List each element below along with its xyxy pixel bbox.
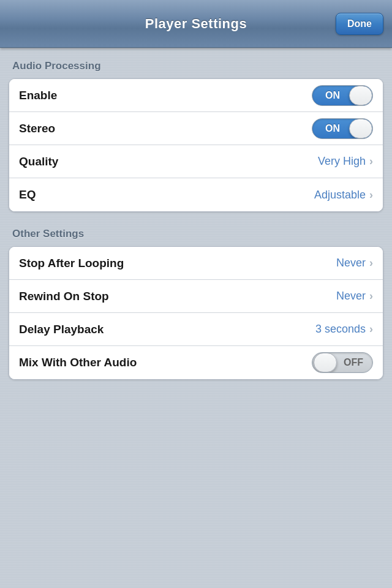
mix-with-other-audio-label: Mix With Other Audio: [19, 356, 137, 369]
quality-value: Very High: [318, 155, 366, 168]
stereo-toggle-container[interactable]: ON: [312, 118, 373, 139]
delay-playback-chevron-icon: ›: [369, 323, 373, 336]
section-header-audio: Audio Processing: [12, 60, 383, 72]
enable-row[interactable]: Enable ON: [9, 79, 383, 112]
eq-row[interactable]: EQ Adjustable ›: [9, 178, 383, 211]
stop-after-looping-chevron-icon: ›: [369, 257, 373, 270]
mix-toggle-container[interactable]: OFF: [312, 352, 373, 373]
delay-playback-value-container: 3 seconds ›: [315, 323, 373, 336]
mix-with-other-audio-row[interactable]: Mix With Other Audio OFF: [9, 346, 383, 379]
enable-toggle-thumb: [349, 86, 372, 105]
eq-value: Adjustable: [314, 189, 366, 202]
stop-after-looping-value-container: Never ›: [336, 257, 373, 270]
eq-chevron-icon: ›: [369, 189, 373, 202]
stop-after-looping-value: Never: [336, 257, 366, 270]
delay-playback-value: 3 seconds: [315, 323, 366, 336]
mix-toggle-off-label: OFF: [337, 357, 372, 368]
eq-label: EQ: [19, 188, 36, 202]
quality-chevron-icon: ›: [369, 155, 373, 168]
other-settings-group: Stop After Looping Never › Rewind On Sto…: [9, 246, 383, 380]
enable-label: Enable: [19, 89, 57, 102]
rewind-on-stop-row[interactable]: Rewind On Stop Never ›: [9, 280, 383, 313]
stereo-toggle-thumb: [349, 119, 372, 138]
stop-after-looping-row[interactable]: Stop After Looping Never ›: [9, 247, 383, 280]
content-area: Audio Processing Enable ON Stereo ON: [0, 48, 392, 408]
enable-toggle-container[interactable]: ON: [312, 85, 373, 106]
rewind-on-stop-label: Rewind On Stop: [19, 290, 109, 303]
stereo-toggle-on-label: ON: [312, 123, 349, 134]
quality-row[interactable]: Quality Very High ›: [9, 145, 383, 178]
rewind-on-stop-value: Never: [336, 290, 366, 303]
stereo-label: Stereo: [19, 122, 55, 135]
stereo-toggle[interactable]: ON: [312, 118, 373, 139]
mix-toggle-thumb: [314, 353, 337, 372]
navigation-bar: Player Settings Done: [0, 0, 392, 48]
rewind-on-stop-value-container: Never ›: [336, 290, 373, 303]
done-button[interactable]: Done: [336, 13, 383, 35]
mix-toggle[interactable]: OFF: [312, 352, 373, 373]
quality-label: Quality: [19, 155, 58, 168]
delay-playback-row[interactable]: Delay Playback 3 seconds ›: [9, 313, 383, 346]
section-header-other: Other Settings: [12, 228, 383, 240]
enable-toggle-on-label: ON: [312, 90, 349, 101]
quality-value-container: Very High ›: [318, 155, 373, 168]
page-title: Player Settings: [145, 16, 247, 32]
delay-playback-label: Delay Playback: [19, 323, 104, 336]
audio-processing-group: Enable ON Stereo ON Quality Very Hi: [9, 78, 383, 212]
stop-after-looping-label: Stop After Looping: [19, 257, 124, 270]
eq-value-container: Adjustable ›: [314, 189, 373, 202]
stereo-row[interactable]: Stereo ON: [9, 112, 383, 145]
rewind-on-stop-chevron-icon: ›: [369, 290, 373, 303]
enable-toggle[interactable]: ON: [312, 85, 373, 106]
